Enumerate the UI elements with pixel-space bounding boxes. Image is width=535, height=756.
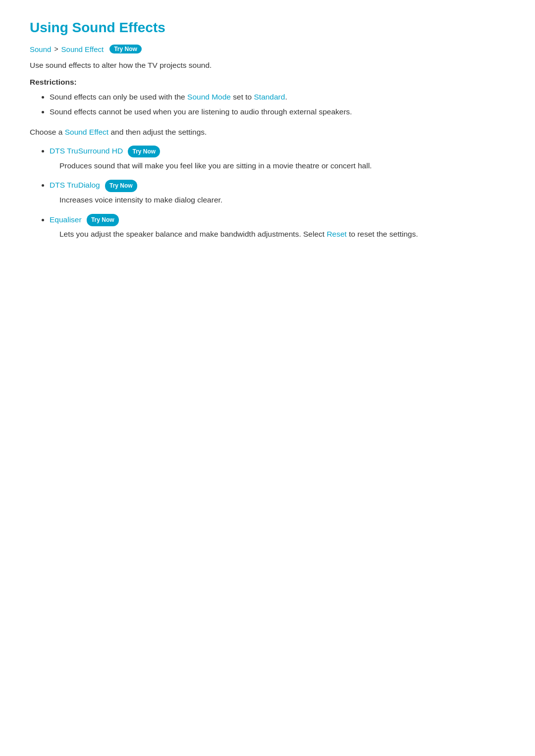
equaliser-try-now-badge[interactable]: Try Now <box>87 214 119 226</box>
restrictions-label: Restrictions: <box>30 78 505 87</box>
restriction-1-text-after: . <box>285 93 287 101</box>
feature-item-dts-trusurround: DTS TruSurround HD Try Now Produces soun… <box>50 145 505 172</box>
equaliser-description: Lets you adjust the speaker balance and … <box>50 228 505 241</box>
sound-mode-link[interactable]: Sound Mode <box>187 93 231 101</box>
reset-link[interactable]: Reset <box>326 230 347 238</box>
breadcrumb-sound-link[interactable]: Sound <box>30 45 51 53</box>
page-title: Using Sound Effects <box>30 20 505 36</box>
equaliser-desc-prefix: Lets you adjust the speaker balance and … <box>59 230 326 238</box>
breadcrumb-try-now-badge[interactable]: Try Now <box>109 45 142 53</box>
dts-trusurround-description: Produces sound that will make you feel l… <box>50 160 505 172</box>
feature-item-dts-trudialog: DTS TruDialog Try Now Increases voice in… <box>50 179 505 206</box>
breadcrumb: Sound > Sound Effect Try Now <box>30 45 505 53</box>
intro-text: Use sound effects to alter how the TV pr… <box>30 59 505 72</box>
choose-suffix: and then adjust the settings. <box>108 128 207 136</box>
dts-trudialog-try-now-badge[interactable]: Try Now <box>105 180 137 192</box>
dts-trusurround-try-now-badge[interactable]: Try Now <box>128 146 160 157</box>
equaliser-label[interactable]: Equaliser <box>50 215 82 224</box>
restriction-item-1: Sound effects can only be used with the … <box>50 91 505 103</box>
standard-link[interactable]: Standard <box>254 93 285 101</box>
breadcrumb-separator: > <box>54 45 58 53</box>
feature-item-equaliser: Equaliser Try Now Lets you adjust the sp… <box>50 213 505 241</box>
restriction-1-text-before: Sound effects can only be used with the <box>50 93 187 101</box>
choose-prefix: Choose a <box>30 128 65 136</box>
choose-text: Choose a Sound Effect and then adjust th… <box>30 126 505 139</box>
restriction-1-text-middle: set to <box>231 93 254 101</box>
breadcrumb-sound-effect-link[interactable]: Sound Effect <box>61 45 104 53</box>
dts-trudialog-description: Increases voice intensity to make dialog… <box>50 194 505 206</box>
features-list: DTS TruSurround HD Try Now Produces soun… <box>30 145 505 240</box>
sound-effect-link[interactable]: Sound Effect <box>65 128 108 136</box>
restriction-item-2: Sound effects cannot be used when you ar… <box>50 105 505 118</box>
dts-trusurround-label[interactable]: DTS TruSurround HD <box>50 147 123 155</box>
restrictions-list: Sound effects can only be used with the … <box>30 91 505 119</box>
equaliser-desc-suffix: to reset the settings. <box>347 230 418 238</box>
dts-trudialog-label[interactable]: DTS TruDialog <box>50 181 100 189</box>
